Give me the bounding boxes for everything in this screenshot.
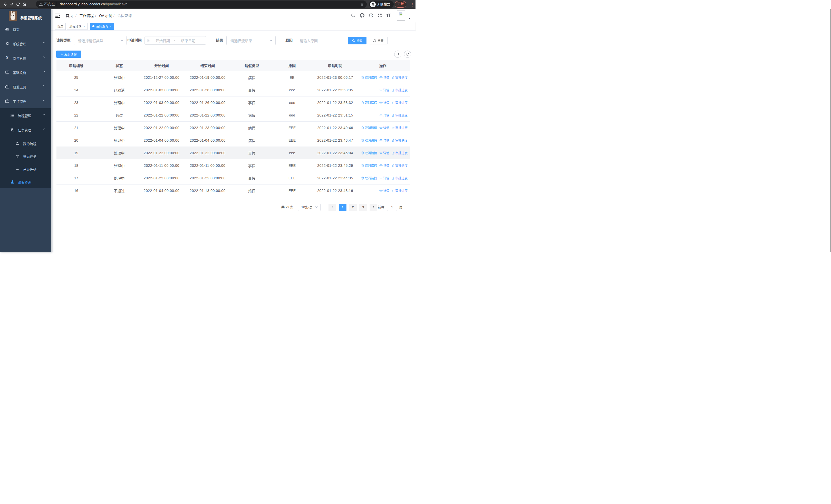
svg-text:?: ? bbox=[370, 14, 372, 17]
